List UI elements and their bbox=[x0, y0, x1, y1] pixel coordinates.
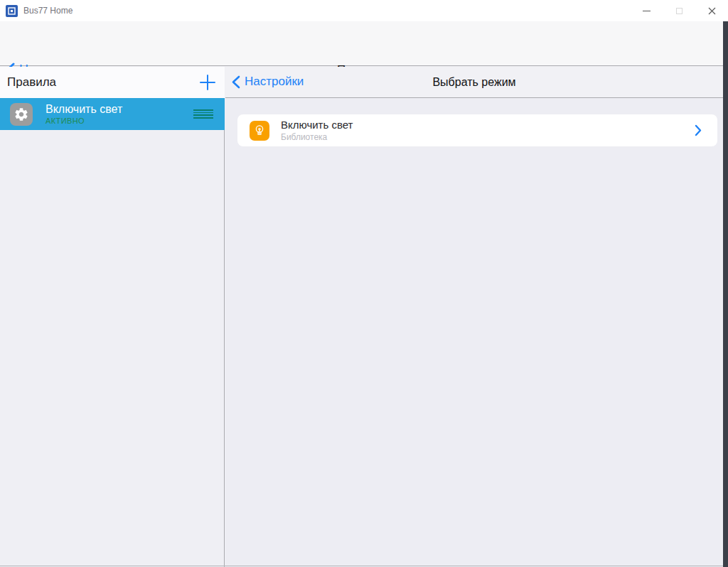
chevron-right-icon bbox=[695, 124, 702, 136]
mode-card-title: Включить свет bbox=[281, 119, 353, 131]
rule-title: Включить свет bbox=[46, 103, 122, 116]
nav-header: Назад Правила bbox=[0, 21, 723, 66]
panel-header: Настройки Выбрать режим bbox=[225, 67, 723, 98]
maximize-icon bbox=[676, 8, 682, 14]
minimize-button[interactable] bbox=[630, 0, 663, 21]
rule-list-item[interactable]: Включить свет АКТИВНО bbox=[0, 98, 225, 130]
close-button[interactable] bbox=[695, 0, 728, 21]
maximize-button[interactable] bbox=[663, 0, 695, 21]
app-window: Bus77 Home Назад Правила bbox=[0, 0, 723, 567]
app-logo-icon bbox=[6, 5, 18, 17]
gear-icon bbox=[10, 103, 33, 126]
window-bottom-edge bbox=[0, 566, 723, 566]
mode-card-subtitle: Библиотека bbox=[281, 132, 353, 142]
minimize-icon bbox=[643, 11, 651, 11]
main-area: Правила Включить свет АКТИВНО bbox=[0, 67, 723, 567]
mode-card-texts: Включить свет Библиотека bbox=[281, 119, 353, 142]
titlebar: Bus77 Home bbox=[0, 0, 728, 21]
close-icon bbox=[708, 7, 716, 15]
rule-status-badge: АКТИВНО bbox=[46, 117, 122, 125]
rules-sidebar: Правила Включить свет АКТИВНО bbox=[0, 67, 225, 567]
sidebar-title: Правила bbox=[7, 75, 56, 90]
drag-handle-icon[interactable] bbox=[193, 109, 213, 119]
sidebar-header: Правила bbox=[0, 67, 225, 98]
panel-title: Выбрать режим bbox=[225, 76, 723, 89]
detail-panel: Настройки Выбрать режим bbox=[225, 67, 723, 567]
desktop-edge bbox=[723, 6, 728, 567]
plus-icon bbox=[199, 74, 216, 91]
window-title: Bus77 Home bbox=[23, 6, 73, 16]
lightbulb-icon bbox=[250, 121, 269, 141]
rule-texts: Включить свет АКТИВНО bbox=[46, 103, 122, 125]
add-rule-button[interactable] bbox=[199, 74, 216, 91]
mode-card[interactable]: Включить свет Библиотека bbox=[237, 114, 717, 146]
window-controls bbox=[630, 0, 728, 21]
